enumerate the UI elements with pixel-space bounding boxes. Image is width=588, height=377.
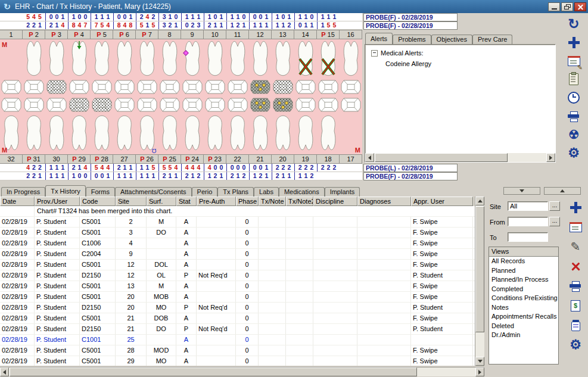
history-icon[interactable] bbox=[564, 89, 583, 106]
tx-row[interactable]: 02/28/19P. StudentC500129MOA0F. Swipe bbox=[0, 356, 475, 366]
tooth-number-27[interactable]: 27 bbox=[113, 155, 136, 163]
occlusal-lower-31[interactable] bbox=[24, 98, 43, 111]
print-icon[interactable] bbox=[566, 278, 585, 294]
column-header-code[interactable]: Code bbox=[80, 197, 116, 206]
tooth-number-7[interactable]: P 7 bbox=[136, 30, 158, 39]
tooth-30[interactable] bbox=[49, 116, 64, 149]
tx-row[interactable]: 02/28/19P. StudentC20049A0F. Swipe bbox=[0, 249, 475, 260]
column-header-appr-user[interactable]: Appr. User bbox=[411, 197, 473, 206]
occlusal-upper-16[interactable] bbox=[341, 80, 360, 94]
tx-row[interactable]: 02/28/19P. StudentC500121DOBA0F. Swipe bbox=[0, 313, 475, 324]
tooth-23[interactable] bbox=[208, 116, 222, 149]
tooth-number-17[interactable]: 17 bbox=[340, 155, 362, 163]
tooth-number-6[interactable]: P 6 bbox=[113, 30, 136, 39]
tab-objectives[interactable]: Objectives bbox=[431, 35, 472, 44]
tooth-26[interactable] bbox=[140, 116, 154, 149]
tooth-number-28[interactable]: P 28 bbox=[91, 155, 113, 163]
scrollbar-thumb[interactable] bbox=[375, 153, 508, 162]
occlusal-lower-28[interactable] bbox=[92, 98, 111, 111]
occlusal-lower-19[interactable] bbox=[296, 98, 315, 111]
tooth-number-32[interactable]: 32 bbox=[0, 155, 23, 163]
tx-row[interactable]: 02/28/19P. StudentC100125A0 bbox=[0, 335, 475, 345]
occlusal-upper-14[interactable] bbox=[296, 80, 315, 94]
tree-collapse-toggle[interactable] bbox=[371, 50, 378, 57]
tooth-number-19[interactable]: 19 bbox=[294, 155, 317, 163]
view-option-planned[interactable]: Planned bbox=[489, 266, 558, 276]
add-icon[interactable] bbox=[564, 34, 583, 51]
tab-medications[interactable]: Medications bbox=[279, 187, 325, 197]
table-vertical-scrollbar[interactable] bbox=[475, 197, 484, 366]
scrollbar-thumb[interactable] bbox=[10, 367, 417, 376]
tooth-3[interactable] bbox=[49, 41, 64, 75]
tab-forms[interactable]: Forms bbox=[86, 187, 115, 197]
occlusal-upper-1[interactable] bbox=[2, 80, 21, 94]
tooth-number-2[interactable]: P 2 bbox=[23, 30, 45, 39]
tooth-number-14[interactable]: 14 bbox=[294, 30, 317, 39]
add-icon[interactable] bbox=[566, 199, 585, 216]
radiology-icon[interactable]: ☢ bbox=[564, 126, 583, 143]
tooth-number-8[interactable]: 8 bbox=[158, 30, 181, 39]
to-field[interactable] bbox=[508, 232, 548, 242]
settings-icon[interactable]: ⚙ bbox=[564, 145, 583, 161]
occlusal-lower-26[interactable] bbox=[138, 98, 157, 111]
tooth-number-11[interactable]: 11 bbox=[226, 30, 249, 39]
occlusal-lower-18[interactable] bbox=[319, 98, 338, 111]
scroll-left-button[interactable] bbox=[0, 367, 9, 376]
close-button[interactable] bbox=[574, 2, 586, 11]
scroll-right-button[interactable] bbox=[475, 367, 484, 376]
column-header-site[interactable]: Site bbox=[116, 197, 147, 206]
occlusal-lower-27[interactable] bbox=[115, 98, 134, 111]
tx-row[interactable]: 02/28/19P. StudentD215012OLPNot Req'd0P.… bbox=[0, 270, 475, 281]
view-option-planned-in-process[interactable]: Planned/In Process bbox=[489, 275, 558, 285]
tooth-number-30[interactable]: 30 bbox=[45, 155, 68, 163]
minimize-button[interactable] bbox=[548, 2, 560, 11]
occlusal-upper-3[interactable] bbox=[47, 80, 66, 94]
from-field[interactable] bbox=[508, 217, 548, 226]
tx-row[interactable]: 02/28/19P. StudentC500120MOBA0F. Swipe bbox=[0, 292, 475, 303]
scroll-up-button[interactable] bbox=[475, 197, 484, 205]
tab-perio[interactable]: Perio bbox=[192, 187, 218, 197]
view-option-conditions-preexisting[interactable]: Conditions PreExisting bbox=[489, 294, 558, 303]
tooth-number-26[interactable]: P 26 bbox=[136, 155, 158, 163]
edit-icon[interactable]: ✎ bbox=[566, 238, 585, 255]
tab-attachments-consents[interactable]: Attachments/Consents bbox=[115, 187, 192, 197]
tooth-8[interactable] bbox=[163, 41, 177, 75]
occlusal-lower-23[interactable] bbox=[206, 98, 225, 111]
tooth-number-21[interactable]: 21 bbox=[249, 155, 272, 163]
view-option-notes[interactable]: Notes bbox=[489, 303, 558, 313]
tab-tx-plans[interactable]: Tx Plans bbox=[217, 187, 254, 197]
tab-implants[interactable]: Implants bbox=[325, 187, 360, 197]
dental-chart[interactable]: MMM℧ bbox=[0, 39, 362, 154]
occlusal-lower-29[interactable] bbox=[70, 98, 89, 111]
column-header-surf[interactable]: Surf. bbox=[147, 197, 176, 206]
tooth-7[interactable] bbox=[140, 41, 154, 75]
tx-row[interactable]: 02/28/19P. StudentD215021DOPNot Req'd0P.… bbox=[0, 324, 475, 335]
column-header-discipline[interactable]: Discipline bbox=[313, 197, 357, 206]
table-horizontal-scrollbar[interactable] bbox=[0, 367, 484, 376]
schedule-icon[interactable] bbox=[566, 219, 585, 235]
tooth-number-23[interactable]: P 23 bbox=[204, 155, 226, 163]
occlusal-upper-7[interactable] bbox=[138, 80, 157, 94]
view-option-appointments-recalls[interactable]: Appointments/ Recalls bbox=[489, 312, 558, 322]
tooth-29[interactable] bbox=[72, 116, 86, 149]
view-option-dr-admin[interactable]: Dr./Admin bbox=[489, 331, 558, 340]
tx-row[interactable]: 02/28/19P. StudentC500113MA0F. Swipe bbox=[0, 281, 475, 292]
tooth-32[interactable] bbox=[4, 116, 18, 149]
scrollbar-thumb[interactable] bbox=[475, 206, 484, 332]
column-header-diagnoses[interactable]: Diagnoses bbox=[357, 197, 411, 206]
clipboard-icon[interactable] bbox=[564, 71, 583, 88]
billing-icon[interactable]: $ bbox=[566, 297, 585, 314]
tooth-number-12[interactable]: 12 bbox=[249, 30, 272, 39]
tooth-20[interactable] bbox=[276, 116, 290, 149]
tx-row[interactable]: 02/28/19P. StudentC500128MODA0F. Swipe bbox=[0, 345, 475, 356]
occlusal-upper-10[interactable] bbox=[206, 80, 225, 94]
occlusal-upper-2[interactable] bbox=[24, 80, 43, 94]
tab-alerts[interactable]: Alerts bbox=[365, 33, 393, 44]
medications-icon[interactable] bbox=[566, 317, 585, 334]
occlusal-upper-9[interactable] bbox=[183, 80, 202, 94]
column-header-stat[interactable]: Stat bbox=[176, 197, 197, 206]
tooth-number-5[interactable]: P 5 bbox=[91, 30, 113, 39]
tab-tx-history[interactable]: Tx History bbox=[45, 185, 86, 197]
tooth-10[interactable] bbox=[208, 41, 222, 75]
tooth-number-22[interactable]: 22 bbox=[226, 155, 249, 163]
